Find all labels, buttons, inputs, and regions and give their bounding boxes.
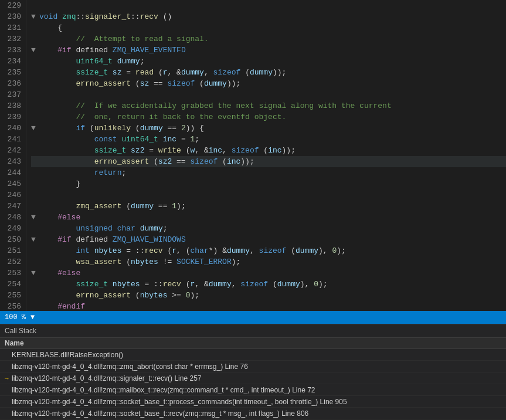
fold-gutter[interactable]: ▼ [31, 234, 39, 245]
code-line: zmq_assert (dummy == 1); [31, 201, 506, 212]
code-text: { [39, 22, 62, 33]
code-line: ssize_t sz = read (r, &dummy, sizeof (du… [31, 67, 506, 78]
code-line: } [31, 178, 506, 189]
call-stack-header: Call Stack [0, 324, 506, 338]
call-stack-row[interactable]: libzmq-v120-mt-gd-4_0_4.dll!zmq::signale… [0, 372, 506, 384]
line-number: 252 [5, 256, 21, 267]
code-text: void zmq::signaler_t::recv () [39, 11, 172, 22]
code-line: uint64_t dummy; [31, 56, 506, 67]
fold-gutter[interactable]: ▼ [31, 123, 39, 134]
line-number: 239 [5, 111, 21, 123]
code-line: const uint64_t inc = 1; [31, 134, 506, 145]
code-text: } [39, 178, 80, 189]
code-line: return; [31, 167, 506, 178]
line-number: 231 [5, 22, 21, 33]
call-stack-name-header: Name [5, 339, 501, 347]
code-text: const uint64_t inc = 1; [39, 134, 199, 145]
fold-gutter[interactable]: ▼ [31, 45, 39, 56]
call-stack-entry-name: libzmq-v120-mt-gd-4_0_4.dll!zmq::signale… [12, 374, 501, 382]
code-line: errno_assert (nbytes >= 0); [31, 290, 506, 301]
code-line: // If we accidentally grabbed the next s… [31, 100, 506, 111]
code-line: ▼void zmq::signaler_t::recv () [31, 11, 506, 22]
line-number: 243 [5, 156, 21, 167]
code-editor: 2292302312322332342352362372382392402412… [0, 0, 506, 311]
code-text: uint64_t dummy; [39, 56, 144, 67]
line-number: 245 [5, 178, 21, 189]
call-stack-entry-name: libzmq-v120-mt-gd-4_0_4.dll!zmq::socket_… [12, 398, 501, 406]
code-text: #endif [39, 301, 85, 311]
code-text: #else [39, 267, 80, 279]
call-stack-title: Call Stack [5, 327, 36, 335]
call-stack-entry-name: KERNELBASE.dll!RaiseException() [12, 351, 501, 359]
bottom-bar: 100 % ▼ [0, 311, 506, 324]
line-number: 238 [5, 100, 21, 111]
code-line: #endif [31, 301, 506, 311]
code-text: errno_assert (sz2 == sizeof (inc)); [39, 156, 254, 167]
call-stack-row[interactable]: KERNELBASE.dll!RaiseException() [0, 349, 506, 361]
code-text: ssize_t nbytes = ::recv (r, &dummy, size… [39, 279, 328, 290]
line-number: 246 [5, 189, 21, 201]
call-stack-row[interactable]: libzmq-v120-mt-gd-4_0_4.dll!zmq::mailbox… [0, 384, 506, 396]
code-line: // one, return it back to the eventfd ob… [31, 111, 506, 123]
code-text: if (unlikely (dummy == 2)) { [39, 123, 204, 134]
line-number: 250 [5, 234, 21, 245]
fold-gutter[interactable]: ▼ [31, 212, 39, 223]
line-number: 230 [5, 11, 21, 22]
line-number: 256 [5, 301, 21, 311]
line-number: 237 [5, 89, 21, 100]
code-line: int nbytes = ::recv (r, (char*) &dummy, … [31, 245, 506, 256]
line-number: 253 [5, 267, 21, 279]
line-number: 234 [5, 56, 21, 67]
line-number: 241 [5, 134, 21, 145]
code-line: errno_assert (sz == sizeof (dummy)); [31, 78, 506, 89]
code-line: wsa_assert (nbytes != SOCKET_ERROR); [31, 256, 506, 267]
line-number: 240 [5, 123, 21, 134]
line-number: 248 [5, 212, 21, 223]
code-line: // Attempt to read a signal. [31, 33, 506, 45]
code-text: return; [39, 167, 126, 178]
code-line [31, 0, 506, 11]
call-stack-row[interactable]: libzmq-v120-mt-gd-4_0_4.dll!zmq::zmq_abo… [0, 361, 506, 372]
code-line: ▼ #else [31, 267, 506, 279]
code-line: ssize_t nbytes = ::recv (r, &dummy, size… [31, 279, 506, 290]
line-number: 244 [5, 167, 21, 178]
code-text: errno_assert (sz == sizeof (dummy)); [39, 78, 240, 89]
call-stack-entry-name: libzmq-v120-mt-gd-4_0_4.dll!zmq::socket_… [12, 409, 501, 418]
code-line: ▼ #if defined ZMQ_HAVE_EVENTFD [31, 45, 506, 56]
line-number: 249 [5, 223, 21, 234]
code-text: ssize_t sz = read (r, &dummy, sizeof (du… [39, 67, 286, 78]
zoom-level: 100 % [5, 313, 26, 321]
call-stack-row[interactable]: libzmq-v120-mt-gd-4_0_4.dll!zmq::socket_… [0, 396, 506, 408]
line-number: 251 [5, 245, 21, 256]
code-text: // If we accidentally grabbed the next s… [39, 100, 392, 111]
code-text: zmq_assert (dummy == 1); [39, 201, 186, 212]
call-stack-row[interactable]: libzmq-v120-mt-gd-4_0_4.dll!zmq::socket_… [0, 408, 506, 419]
code-text: wsa_assert (nbytes != SOCKET_ERROR); [39, 256, 240, 267]
call-stack-table[interactable]: Name KERNELBASE.dll!RaiseException()libz… [0, 338, 506, 420]
code-line [31, 89, 506, 100]
code-text: errno_assert (nbytes >= 0); [39, 290, 199, 301]
line-number: 247 [5, 201, 21, 212]
code-content[interactable]: ▼void zmq::signaler_t::recv () { // Atte… [26, 0, 506, 311]
line-number: 242 [5, 145, 21, 156]
call-stack-panel: Call Stack Name KERNELBASE.dll!RaiseExce… [0, 324, 506, 420]
fold-gutter[interactable]: ▼ [31, 11, 39, 22]
code-line: ▼ #if defined ZMQ_HAVE_WINDOWS [31, 234, 506, 245]
code-line: ▼ #else [31, 212, 506, 223]
call-stack-column-header: Name [0, 338, 506, 349]
fold-gutter[interactable]: ▼ [31, 267, 39, 279]
scroll-indicator: ▼ [30, 313, 35, 321]
code-line: ▼ if (unlikely (dummy == 2)) { [31, 123, 506, 134]
line-number: 235 [5, 67, 21, 78]
code-text: unsigned char dummy; [39, 223, 168, 234]
code-line: ssize_t sz2 = write (w, &inc, sizeof (in… [31, 145, 506, 156]
code-text: int nbytes = ::recv (r, (char*) &dummy, … [39, 245, 346, 256]
code-text: // one, return it back to the eventfd ob… [39, 111, 286, 123]
code-text: #if defined ZMQ_HAVE_WINDOWS [39, 234, 186, 245]
line-number: 229 [5, 0, 21, 11]
call-stack-entry-name: libzmq-v120-mt-gd-4_0_4.dll!zmq::mailbox… [12, 386, 501, 394]
code-line: unsigned char dummy; [31, 223, 506, 234]
code-line: { [31, 22, 506, 33]
code-text: ssize_t sz2 = write (w, &inc, sizeof (in… [39, 145, 296, 156]
code-text: #if defined ZMQ_HAVE_EVENTFD [39, 45, 186, 56]
